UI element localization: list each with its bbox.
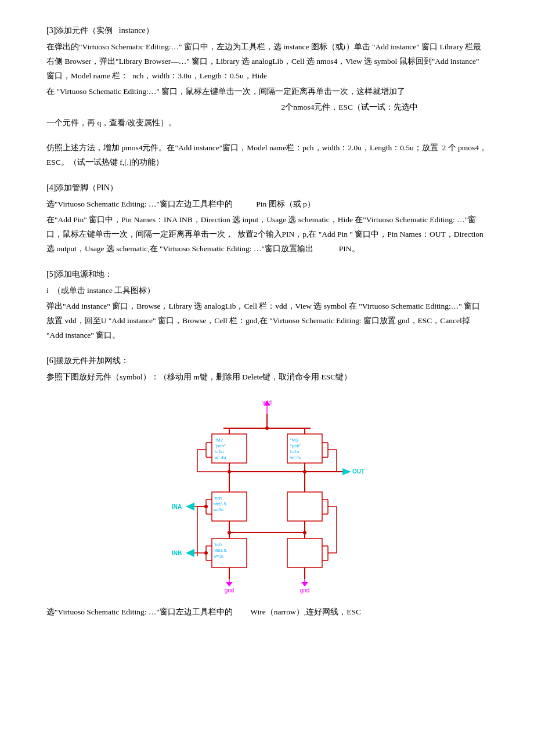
circuit-diagram: vdd "M2 "pch" l=1u w=4u <box>122 396 412 594</box>
section-6-para-1: 参照下图放好元件（symbol）：（移动用 m键，删除用 Delete键，取消命… <box>46 370 488 385</box>
svg-point-64 <box>204 551 208 555</box>
section-5: [5]添加电源和地： i （或单击 instance 工具图标） 弹出"Add … <box>46 267 488 343</box>
svg-text:INA: INA <box>172 504 182 510</box>
svg-text:l=1u: l=1u <box>215 449 223 454</box>
svg-point-91 <box>265 426 269 430</box>
section-5-title: [5]添加电源和地： <box>46 267 488 281</box>
svg-text:"pch": "pch" <box>215 443 226 448</box>
section-5-para-1: i （或单击 instance 工具图标） <box>46 284 488 298</box>
section-3: [3]添加元件（实例 instance） 在弹出的"Virtuoso Schem… <box>46 23 488 131</box>
section-4-para-2: 在"Add Pin" 窗口中，Pin Names：INA INB，Directi… <box>46 213 488 256</box>
svg-text:OUT: OUT <box>352 468 365 475</box>
section-3-title: [3]添加元件（实例 instance） <box>46 23 488 38</box>
section-4-title: [4]添加管脚（PIN） <box>46 180 488 195</box>
section-3-para-2: 在 "Virtuoso Schematic Editing:…" 窗口，鼠标左键… <box>46 85 488 99</box>
section-7: 选"Virtuoso Schematic Editing: …"窗口左边工具栏中… <box>46 605 488 620</box>
svg-text:"pch": "pch" <box>290 443 301 448</box>
svg-text:nfet3.5.: nfet3.5. <box>214 548 227 552</box>
section-6-title: [6]摆放元件并加网线： <box>46 353 488 368</box>
section-7-para-1: 选"Virtuoso Schematic Editing: …"窗口左边工具栏中… <box>46 605 488 620</box>
svg-text:w=4u: w=4u <box>290 455 301 460</box>
circuit-svg: vdd "M2 "pch" l=1u w=4u <box>122 396 412 594</box>
svg-text:"M2: "M2 <box>215 437 223 443</box>
document-body: [3]添加元件（实例 instance） 在弹出的"Virtuoso Schem… <box>46 23 488 620</box>
svg-text:l=1u: l=1u <box>290 449 299 454</box>
section-3-para-4: 一个元件，再 q，查看/改变属性）。 <box>46 116 488 131</box>
section-4: [4]添加管脚（PIN） 选"Virtuoso Schematic Editin… <box>46 180 488 256</box>
svg-text:INB: INB <box>172 550 182 556</box>
section-4-para-1: 选"Virtuoso Schematic Editing: …"窗口左边工具栏中… <box>46 197 488 212</box>
svg-text:gnd: gnd <box>225 587 234 594</box>
svg-text:"nch: "nch <box>214 496 222 500</box>
svg-text:"M3: "M3 <box>290 437 299 443</box>
svg-text:w=3u: w=3u <box>213 554 223 558</box>
svg-text:"nch: "nch <box>214 542 222 547</box>
section-5-para-2: 弹出"Add instance" 窗口，Browse，Library 选 ana… <box>46 299 488 343</box>
section-3b: 仿照上述方法，增加 pmos4元件。在"Add instance"窗口，Mode… <box>46 141 488 170</box>
section-6: [6]摆放元件并加网线： 参照下图放好元件（symbol）：（移动用 m键，删除… <box>46 353 488 385</box>
svg-text:nfet3.5.: nfet3.5. <box>214 502 227 506</box>
section-3-para-3: 2个nmos4元件，ESC（试一试：先选中 <box>46 100 488 115</box>
svg-text:w=4u: w=4u <box>214 455 226 460</box>
svg-text:gnd: gnd <box>300 587 310 594</box>
section-3b-para-1: 仿照上述方法，增加 pmos4元件。在"Add instance"窗口，Mode… <box>46 141 488 170</box>
section-3-para-1: 在弹出的"Virtuoso Schematic Editing:…" 窗口中，左… <box>46 40 488 84</box>
svg-text:w=3u: w=3u <box>213 508 223 512</box>
